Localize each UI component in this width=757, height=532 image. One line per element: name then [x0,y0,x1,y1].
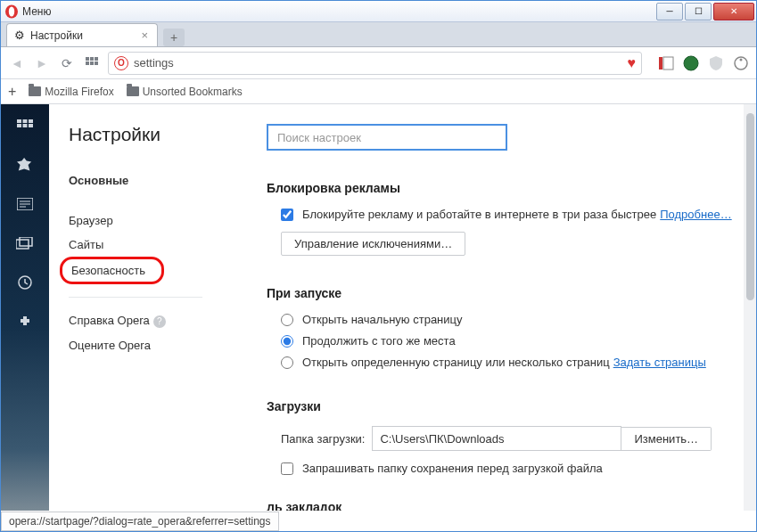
window-titlebar: Меню ─ ☐ ✕ [1,1,756,22]
download-folder-input[interactable] [372,426,621,451]
rail-bookmarks-icon[interactable] [14,156,36,174]
svg-rect-14 [17,119,21,123]
change-folder-button[interactable]: Изменить… [621,427,712,451]
rail-news-icon[interactable] [14,195,36,213]
status-text: opera://startpage/?dialog=rate_opera&ref… [9,515,271,528]
scrollbar-thumb[interactable] [746,113,754,300]
opera-logo-icon [4,4,19,19]
section-title-partial: ль закладок [267,500,735,511]
svg-point-1 [9,6,14,16]
settings-sidebar: Настройки Основные Браузер Сайты Безопас… [49,104,259,511]
reload-button[interactable]: ⟳ [58,54,76,72]
bookmark-heart-icon[interactable]: ♥ [628,55,637,71]
svg-rect-7 [95,61,98,65]
new-tab-button[interactable]: + [163,29,185,46]
minimize-button[interactable]: ─ [656,3,683,20]
section-adblock: Блокировка рекламы Блокируйте рекламу и … [267,181,735,256]
section-title: При запуске [267,286,735,300]
bookmark-folder[interactable]: Mozilla Firefox [29,86,113,98]
tab-settings[interactable]: ⚙ Настройки × [6,23,158,46]
svg-rect-18 [23,124,28,127]
maximize-button[interactable]: ☐ [685,3,712,20]
forward-button[interactable]: ► [33,54,51,72]
sidebar-item-websites[interactable]: Сайты [69,233,259,257]
divider [69,297,202,298]
status-bar: opera://startpage/?dialog=rate_opera&ref… [1,512,279,531]
settings-search-input[interactable] [267,124,507,151]
section-title: Блокировка рекламы [267,181,735,195]
svg-rect-2 [86,57,89,61]
navigation-toolbar: ◄ ► ⟳ O ♥ [1,47,756,79]
svg-point-13 [740,58,743,61]
folder-icon [29,86,41,96]
menu-label[interactable]: Меню [22,5,51,18]
adblock-checkbox[interactable] [281,209,293,221]
help-icon: ? [153,315,166,328]
url-input[interactable] [134,56,622,70]
startup-radio-home[interactable] [281,314,293,326]
startup-radio-continue[interactable] [281,335,293,348]
adblock-label: Блокируйте рекламу и работайте в интерне… [302,208,656,221]
radio-label: Открыть начальную страницу [302,313,463,326]
add-bookmark-button[interactable]: + [8,84,16,100]
section-downloads: Загрузки Папка загрузки: Изменить… Запра… [267,399,735,475]
folder-label: Mozilla Firefox [45,86,113,98]
sidebar-item-security[interactable]: Безопасность [60,257,164,284]
svg-rect-9 [663,57,673,70]
sidebar-toggle-icon[interactable] [658,55,674,71]
download-folder-label: Папка загрузки: [281,432,365,446]
rail-extensions-icon[interactable] [14,313,36,331]
section-startup: При запуске Открыть начальную страницу П… [267,286,735,369]
tab-close-icon[interactable]: × [139,29,150,42]
tab-title: Настройки [30,29,83,42]
svg-rect-6 [90,61,94,65]
sidebar-item-browser[interactable]: Браузер [69,209,259,233]
sidebar-item-rate[interactable]: Оцените Opera [69,333,259,357]
left-rail [1,104,49,511]
svg-rect-3 [90,57,94,61]
back-button[interactable]: ◄ [8,54,26,72]
section-title: Загрузки [267,399,735,413]
vertical-scrollbar[interactable] [744,104,756,511]
bookmark-folder[interactable]: Unsorted Bookmarks [127,86,243,98]
main-area: Настройки Основные Браузер Сайты Безопас… [1,104,756,511]
radio-label: Продолжить с того же места [302,334,456,348]
svg-rect-8 [659,57,662,70]
extensions-icon[interactable] [733,55,749,71]
vpn-globe-icon[interactable] [683,55,699,71]
speed-dial-icon[interactable] [83,54,101,72]
shield-icon[interactable] [708,55,724,71]
rail-tabs-icon[interactable] [14,234,36,252]
svg-rect-19 [29,124,33,127]
svg-rect-25 [20,237,32,246]
rail-speeddial-icon[interactable] [14,117,36,135]
folder-label: Unsorted Bookmarks [143,86,243,98]
page-title: Настройки [69,124,259,145]
address-bar[interactable]: O ♥ [108,52,642,75]
ask-folder-label: Запрашивать папку сохранения перед загру… [302,462,603,475]
opera-badge-icon: O [114,56,128,70]
sidebar-item-help[interactable]: Справка Opera? [69,308,259,333]
svg-rect-16 [29,119,33,123]
svg-rect-24 [16,240,29,249]
folder-icon [127,86,139,96]
adblock-more-link[interactable]: Подробнее… [660,208,731,221]
ask-folder-checkbox[interactable] [281,462,293,475]
sidebar-item-general[interactable]: Основные [69,168,259,192]
svg-rect-15 [23,119,28,123]
settings-content: Блокировка рекламы Блокируйте рекламу и … [259,104,756,511]
set-pages-link[interactable]: Задать страницы [613,356,706,369]
svg-rect-17 [17,124,21,127]
help-label: Справка Opera [69,314,150,327]
close-button[interactable]: ✕ [713,3,754,20]
gear-icon: ⚙ [14,29,25,42]
manage-exceptions-button[interactable]: Управление исключениями… [281,232,465,256]
rail-history-icon[interactable] [14,274,36,291]
svg-rect-4 [95,57,98,61]
tab-strip: ⚙ Настройки × + [1,22,756,47]
bookmark-bar: + Mozilla Firefox Unsorted Bookmarks [1,79,756,104]
radio-label: Открыть определенную страницу или нескол… [302,356,610,369]
startup-radio-specific[interactable] [281,356,293,369]
svg-rect-5 [86,61,89,65]
